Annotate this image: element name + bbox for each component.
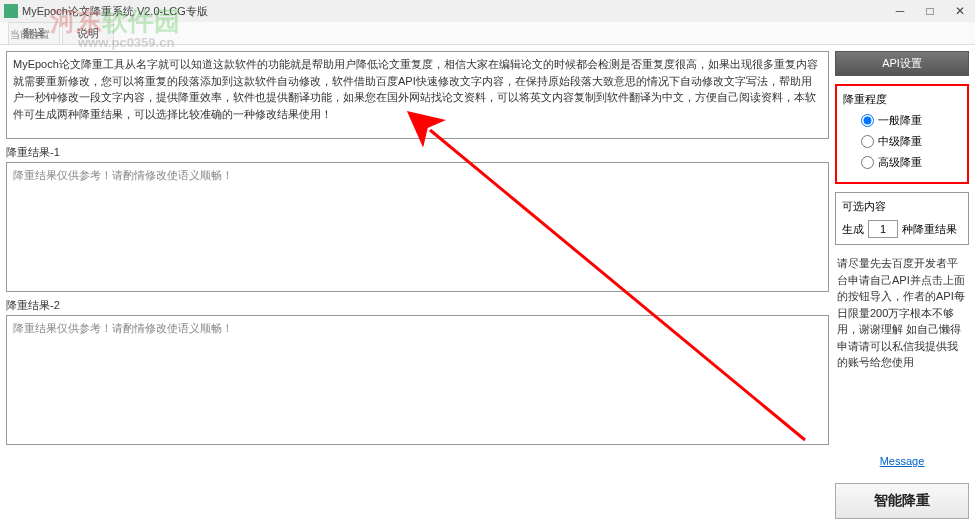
degree-title: 降重程度	[843, 92, 961, 107]
degree-radio-2[interactable]	[861, 135, 874, 148]
context-label: 当前位置	[10, 28, 50, 42]
minimize-button[interactable]: ─	[885, 0, 915, 22]
api-settings-button[interactable]: API设置	[835, 51, 969, 76]
main-layout: MyEpoch论文降重工具从名字就可以知道这款软件的功能就是帮助用户降低论文重复…	[0, 45, 975, 525]
app-icon	[4, 4, 18, 18]
result-group-2: 降重结果-2 降重结果仅供参考！请酌情修改使语义顺畅！	[6, 298, 829, 445]
result2-textarea[interactable]: 降重结果仅供参考！请酌情修改使语义顺畅！	[6, 315, 829, 445]
result-group-1: 降重结果-1 降重结果仅供参考！请酌情修改使语义顺畅！	[6, 145, 829, 292]
degree-option-normal[interactable]: 一般降重	[861, 113, 961, 128]
optional-title: 可选内容	[842, 199, 962, 214]
degree-option-high[interactable]: 高级降重	[861, 155, 961, 170]
input-textarea[interactable]: MyEpoch论文降重工具从名字就可以知道这款软件的功能就是帮助用户降低论文重复…	[6, 51, 829, 139]
degree-option-mid[interactable]: 中级降重	[861, 134, 961, 149]
result1-label: 降重结果-1	[6, 145, 829, 160]
gen-count-input[interactable]	[868, 220, 898, 238]
degree-radio-1[interactable]	[861, 114, 874, 127]
result2-label: 降重结果-2	[6, 298, 829, 313]
window-title: MyEpoch论文降重系统 V2.0-LCG专版	[22, 4, 208, 19]
close-button[interactable]: ✕	[945, 0, 975, 22]
smart-reduce-button[interactable]: 智能降重	[835, 483, 969, 519]
maximize-button[interactable]: □	[915, 0, 945, 22]
degree-panel: 降重程度 一般降重 中级降重 高级降重	[835, 84, 969, 184]
result1-textarea[interactable]: 降重结果仅供参考！请酌情修改使语义顺畅！	[6, 162, 829, 292]
tab-instructions[interactable]: 说明	[62, 22, 114, 44]
degree-radio-3[interactable]	[861, 156, 874, 169]
window-controls: ─ □ ✕	[885, 0, 975, 22]
tab-row: 翻译 说明	[0, 22, 975, 45]
title-bar: MyEpoch论文降重系统 V2.0-LCG专版 ─ □ ✕	[0, 0, 975, 22]
right-column: API设置 降重程度 一般降重 中级降重 高级降重 可选内容 生成 种降重结	[835, 45, 975, 525]
info-text: 请尽量先去百度开发者平台申请自己API并点击上面的按钮导入，作者的API每日限量…	[835, 253, 969, 373]
left-column: MyEpoch论文降重工具从名字就可以知道这款软件的功能就是帮助用户降低论文重复…	[0, 45, 835, 525]
gen-suffix: 种降重结果	[902, 222, 957, 237]
generate-row: 生成 种降重结果	[842, 220, 962, 238]
message-link[interactable]: Message	[835, 455, 969, 467]
optional-panel: 可选内容 生成 种降重结果	[835, 192, 969, 245]
gen-label: 生成	[842, 222, 864, 237]
